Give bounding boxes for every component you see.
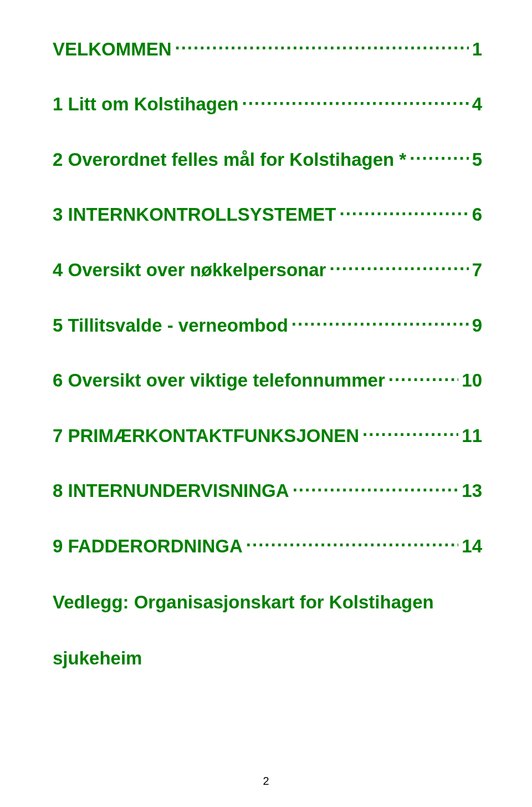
toc-label: 6 Oversikt over viktige telefonnummer xyxy=(53,370,385,391)
dot-leader xyxy=(293,475,459,498)
dot-leader xyxy=(362,420,458,442)
appendix-line: Vedlegg: Organisasjonskart for Kolstihag… xyxy=(53,586,482,618)
toc-page: 1 xyxy=(472,39,482,60)
toc-page: 11 xyxy=(462,425,482,446)
toc-entry: 3 INTERNKONTROLLSYSTEMET 6 xyxy=(53,199,482,226)
page-number: 2 xyxy=(263,775,269,788)
toc-label: VELKOMMEN xyxy=(53,39,172,60)
dot-leader xyxy=(291,309,469,332)
appendix-line: sjukeheim xyxy=(53,642,482,674)
toc-label: 2 Overordnet felles mål for Kolstihagen … xyxy=(53,149,406,170)
table-of-contents: VELKOMMEN 1 1 Litt om Kolstihagen 4 2 Ov… xyxy=(53,33,482,557)
dot-leader xyxy=(242,89,469,111)
dot-leader xyxy=(175,33,469,55)
toc-entry: 5 Tillitsvalde - verneombod 9 xyxy=(53,309,482,336)
toc-entry: 6 Oversikt over viktige telefonnummer 10 xyxy=(53,365,482,392)
toc-entry: 7 PRIMÆRKONTAKTFUNKSJONEN 11 xyxy=(53,420,482,446)
toc-entry: 8 INTERNUNDERVISNINGA 13 xyxy=(53,475,482,502)
toc-label: 1 Litt om Kolstihagen xyxy=(53,94,239,115)
toc-label: 5 Tillitsvalde - verneombod xyxy=(53,315,288,336)
toc-page: 9 xyxy=(472,315,482,336)
toc-page: 10 xyxy=(462,370,482,391)
dot-leader xyxy=(340,199,469,221)
dot-leader xyxy=(329,254,468,276)
toc-page: 5 xyxy=(472,149,482,170)
toc-label: 4 Oversikt over nøkkelpersonar xyxy=(53,260,326,281)
toc-entry: VELKOMMEN 1 xyxy=(53,33,482,60)
toc-entry: 4 Oversikt over nøkkelpersonar 7 xyxy=(53,254,482,281)
dot-leader xyxy=(410,144,468,166)
toc-page: 13 xyxy=(462,480,482,501)
toc-label: 9 FADDERORDNINGA xyxy=(53,536,243,557)
toc-entry: 9 FADDERORDNINGA 14 xyxy=(53,530,482,557)
toc-page: 7 xyxy=(472,260,482,281)
toc-label: 3 INTERNKONTROLLSYSTEMET xyxy=(53,204,336,225)
dot-leader xyxy=(246,530,458,552)
toc-page: 6 xyxy=(472,204,482,225)
dot-leader xyxy=(388,365,459,387)
toc-entry: 2 Overordnet felles mål for Kolstihagen … xyxy=(53,144,482,170)
toc-page: 14 xyxy=(462,536,482,557)
toc-entry: 1 Litt om Kolstihagen 4 xyxy=(53,89,482,115)
appendix-note: Vedlegg: Organisasjonskart for Kolstihag… xyxy=(53,586,482,675)
toc-label: 7 PRIMÆRKONTAKTFUNKSJONEN xyxy=(53,425,359,446)
toc-page: 4 xyxy=(472,94,482,115)
toc-label: 8 INTERNUNDERVISNINGA xyxy=(53,480,289,501)
